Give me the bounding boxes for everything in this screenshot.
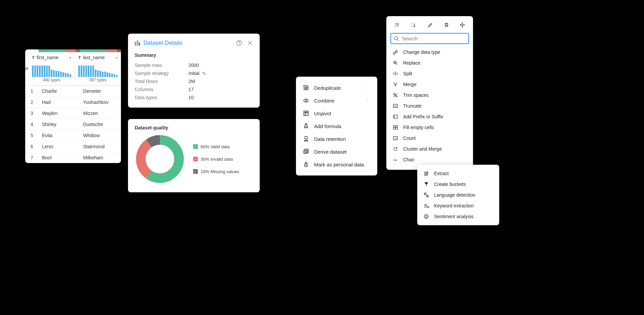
transform-icon [392, 103, 398, 109]
transform-item[interactable]: Change data type [386, 47, 473, 57]
transform-item[interactable]: Fill empty cells [386, 122, 473, 133]
quality-legend: ✓60% Valid data✓30% Invalid data✓10% Mis… [193, 134, 239, 184]
legend-swatch: ✓ [193, 157, 198, 161]
submenu-item[interactable]: 文ALanguage detection [417, 190, 499, 200]
type-icon: T [32, 55, 35, 60]
summary-value: 2M [188, 79, 195, 84]
table-row[interactable]: 6LenciStairmond [25, 141, 121, 152]
transform-item[interactable]: Cluster and Merge [386, 144, 473, 154]
ops-item[interactable]: Derive dataset [296, 145, 377, 158]
search-input-wrapper[interactable] [390, 33, 469, 44]
transform-item[interactable]: Trim spaces [386, 90, 473, 101]
help-icon[interactable] [236, 40, 242, 46]
transform-item[interactable]: Replace [386, 57, 473, 68]
table-row[interactable]: 2HadYushachkov [25, 96, 121, 108]
column-first-name[interactable]: T first_name ▾ 400 types [29, 52, 75, 85]
ops-label: Deduplicate [314, 85, 341, 91]
row-number: 1 [25, 86, 39, 96]
chevron-down-icon[interactable]: ▾ [116, 56, 118, 60]
svg-rect-5 [304, 85, 305, 87]
transform-label: Change data type [403, 49, 440, 55]
cell-first-name: Waylen [39, 108, 80, 119]
submenu-item[interactable]: Extract [417, 168, 499, 179]
transform-label: Chan [403, 157, 414, 162]
transform-icon: 12 [392, 135, 398, 141]
panel-title: Dataset Details [143, 40, 182, 46]
table-row[interactable]: 1CharlieDemeter [25, 85, 121, 96]
svg-point-7 [304, 88, 306, 90]
delete-icon[interactable] [442, 21, 450, 30]
cell-first-name: Had [39, 97, 80, 108]
move-icon[interactable] [458, 21, 466, 30]
transform-label: Truncate [403, 103, 422, 109]
logo-icon [135, 40, 140, 46]
row-number: 6 [25, 141, 39, 152]
ops-icon [303, 123, 309, 129]
summary-key: Columns [135, 87, 188, 92]
sort-asc-icon[interactable]: AZ [393, 21, 402, 30]
transform-item[interactable]: Split [386, 68, 473, 79]
types-count: 387 types [75, 78, 121, 85]
submenu-item[interactable]: Sentiment analysis [417, 211, 499, 222]
sort-desc-icon[interactable]: ZA [410, 21, 418, 30]
search-input[interactable] [402, 36, 466, 41]
ops-item[interactable]: Deduplicate〉 [296, 81, 377, 94]
close-icon[interactable] [247, 40, 253, 46]
ops-label: Derive dataset [314, 149, 347, 155]
operations-menu: Deduplicate〉Combine〉UnpivotAdd formulaDa… [296, 77, 377, 175]
table-row[interactable]: 5EvitaWhitlow [25, 130, 121, 141]
edit-icon[interactable]: ✎ [202, 71, 206, 76]
submenu-label: Language detection [434, 192, 475, 198]
summary-key: Data types [135, 95, 188, 100]
legend-label: 10% Missing values [201, 169, 239, 174]
ops-item[interactable]: Mark as personal data [296, 158, 377, 171]
row-number-header: # [25, 52, 29, 85]
ops-label: Combine [314, 98, 334, 104]
cell-last-name: Stairmond [80, 141, 121, 152]
dataset-quality-panel: Dataset quality ✓60% Valid data✓30% Inva… [128, 119, 260, 192]
submenu-item[interactable]: Keyword extraction [417, 200, 499, 211]
ops-item[interactable]: Data retention [296, 132, 377, 145]
cell-first-name: Evita [39, 130, 80, 141]
submenu-icon: 文A [423, 192, 429, 198]
table-row[interactable]: 3WaylenMizzen [25, 108, 121, 119]
transform-label: Replace [403, 60, 420, 66]
svg-text:Z: Z [395, 25, 396, 27]
cell-last-name: Mizzen [80, 108, 121, 119]
transform-label: Cluster and Merge [403, 146, 442, 152]
svg-rect-26 [393, 104, 397, 107]
ops-item[interactable]: Combine〉 [296, 94, 377, 107]
column-last-name[interactable]: T last_name ▾ 387 types [75, 52, 121, 85]
summary-value: 2000 [188, 63, 199, 68]
transform-item[interactable]: 12Count [386, 133, 473, 144]
transform-submenu: ExtractCreate buckets文ALanguage detectio… [417, 165, 499, 225]
transform-item[interactable]: Add Prefix or Suffix [386, 111, 473, 122]
svg-rect-11 [304, 111, 308, 116]
table-row[interactable]: 4ShirleyDuetsche [25, 119, 121, 130]
svg-rect-14 [305, 149, 308, 153]
transform-item[interactable]: Truncate [386, 101, 473, 111]
transform-label: Trim spaces [403, 92, 429, 98]
svg-text:12: 12 [394, 137, 397, 140]
legend-label: 60% Valid data [201, 144, 230, 149]
column-health-bar [25, 49, 121, 52]
summary-row: Sample rows2000 [135, 61, 253, 69]
svg-rect-13 [304, 150, 307, 154]
transform-item[interactable]: Merge [386, 79, 473, 90]
ops-item[interactable]: Add formula [296, 120, 377, 132]
transform-item[interactable]: AaChan [386, 154, 473, 165]
summary-value: 17 [188, 87, 194, 92]
submenu-item[interactable]: Create buckets [417, 179, 499, 190]
transform-icon [392, 114, 398, 119]
table-row[interactable]: 7BootMilkeham [25, 152, 121, 163]
edit-icon[interactable] [426, 21, 434, 30]
submenu-icon [423, 214, 429, 219]
ops-item[interactable]: Unpivot [296, 107, 377, 120]
svg-text:A: A [412, 25, 413, 27]
summary-key: Total Rows [135, 79, 188, 84]
cell-last-name: Demeter [80, 86, 121, 96]
chevron-down-icon[interactable]: ▾ [70, 56, 71, 60]
submenu-label: Keyword extraction [434, 203, 474, 208]
dataset-details-panel: Dataset Details Summary Sample rows2000S… [128, 34, 260, 108]
cell-last-name: Yushachkov [80, 97, 121, 108]
